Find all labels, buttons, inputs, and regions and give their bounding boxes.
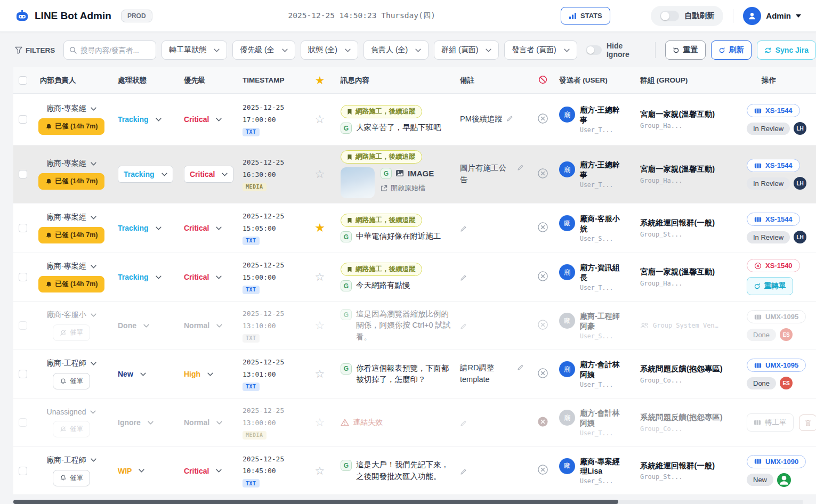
delete-button[interactable]	[799, 414, 816, 431]
jira-ticket-link[interactable]: UMX-1095	[747, 310, 806, 323]
star-toggle[interactable]: ☆	[315, 368, 325, 380]
block-user-button[interactable]	[537, 271, 548, 284]
block-user-button[interactable]	[537, 113, 548, 126]
assignee-dropdown[interactable]: 廠商-客服小	[46, 310, 96, 320]
edit-note-icon[interactable]	[460, 420, 467, 427]
table-row: 廠商-專案經 已催 (14h 7m) Tracking Critical 202…	[13, 204, 816, 253]
priority-dropdown[interactable]: Critical	[184, 273, 235, 281]
auto-refresh-toggle[interactable]	[660, 11, 679, 21]
row-checkbox[interactable]	[19, 467, 27, 475]
chase-button[interactable]: 已催 (14h 7m)	[38, 173, 105, 190]
chase-button[interactable]: 催單	[53, 470, 90, 486]
status-dropdown[interactable]: New	[118, 370, 176, 378]
jira-ticket-link[interactable]: UMX-1095	[747, 359, 806, 372]
filter-dropdown-status[interactable]: 狀態 (全)	[301, 40, 358, 60]
priority-dropdown[interactable]: Critical	[184, 115, 235, 124]
header-actions: 操作	[741, 76, 816, 85]
select-all-checkbox[interactable]	[19, 76, 27, 85]
filter-dropdown-owner[interactable]: 負責人 (全)	[363, 40, 429, 60]
refresh-button[interactable]: 刷新	[711, 40, 752, 60]
priority-label: Critical	[184, 115, 209, 124]
reset-button[interactable]: 重置	[665, 40, 706, 60]
assignee-dropdown[interactable]: 廠商-專案經	[46, 104, 96, 113]
filter-dropdown-group[interactable]: 群組 (頁面)	[434, 40, 499, 60]
assignee-dropdown[interactable]: 廠商-專案經	[46, 262, 96, 271]
star-toggle[interactable]: ★	[314, 221, 325, 235]
priority-dropdown[interactable]: Critical	[184, 467, 235, 475]
row-checkbox[interactable]	[19, 273, 27, 281]
search-input[interactable]	[80, 46, 150, 54]
priority-dropdown[interactable]: Normal	[184, 418, 235, 427]
chase-button[interactable]: 已催 (14h 7m)	[38, 227, 105, 243]
block-user-button[interactable]	[537, 319, 548, 332]
jira-ticket-link[interactable]: UMX-1090	[747, 455, 806, 468]
edit-note-icon[interactable]	[506, 115, 513, 122]
priority-dropdown[interactable]: High	[184, 370, 235, 378]
user-menu[interactable]: Admin	[743, 7, 801, 25]
jira-ticket-link[interactable]: XS-1544	[747, 159, 800, 172]
message-type-badge: MEDIA	[243, 431, 266, 440]
jira-ticket-link[interactable]: XS-1544	[747, 213, 800, 226]
row-checkbox[interactable]	[19, 115, 27, 124]
jira-ticket-link[interactable]: XS-1544	[747, 104, 800, 117]
image-thumbnail[interactable]	[341, 167, 375, 198]
priority-dropdown[interactable]: Normal	[184, 321, 235, 330]
hide-ignore-toggle[interactable]	[586, 45, 602, 55]
star-toggle[interactable]: ☆	[315, 319, 325, 332]
star-toggle[interactable]: ☆	[315, 168, 325, 181]
scrollbar-thumb[interactable]	[13, 500, 618, 504]
chase-button[interactable]: 催單	[53, 373, 90, 389]
filter-dropdown-priority[interactable]: 優先級 (全	[232, 40, 295, 60]
status-dropdown[interactable]: Ignore	[118, 418, 176, 427]
block-user-button[interactable]	[537, 368, 548, 381]
block-user-button[interactable]	[537, 416, 548, 429]
chase-button[interactable]: 已催 (14h 7m)	[38, 276, 105, 292]
row-checkbox[interactable]	[19, 418, 27, 427]
edit-note-icon[interactable]	[460, 225, 467, 232]
assignee-dropdown[interactable]: 廠商-工程師	[46, 359, 96, 368]
app-title: LINE Bot Admin	[35, 10, 111, 22]
create-ticket-button[interactable]: 轉工單	[747, 413, 794, 432]
status-dropdown[interactable]: Tracking	[118, 115, 176, 124]
group-id: Group_Ha...	[640, 122, 741, 129]
edit-note-icon[interactable]	[460, 323, 467, 330]
star-toggle[interactable]: ☆	[315, 465, 325, 477]
status-dropdown[interactable]: Tracking	[118, 273, 176, 281]
jira-icon	[754, 108, 762, 114]
chase-button[interactable]: 催單	[53, 421, 90, 437]
edit-note-icon[interactable]	[517, 364, 524, 371]
row-checkbox[interactable]	[19, 370, 27, 378]
star-toggle[interactable]: ☆	[315, 113, 325, 126]
status-dropdown[interactable]: Tracking	[118, 224, 176, 232]
block-user-button[interactable]	[537, 222, 548, 235]
chase-button[interactable]: 催單	[53, 324, 90, 341]
jira-ticket-link[interactable]: XS-1540	[747, 259, 800, 272]
assignee-dropdown[interactable]: 廠商-專案經	[46, 159, 96, 168]
edit-note-icon[interactable]	[517, 164, 524, 171]
group-scope-badge: G	[381, 168, 392, 179]
status-dropdown[interactable]: Done	[118, 321, 176, 330]
filter-dropdown-speaker[interactable]: 發言者 (頁面)	[504, 40, 577, 60]
block-user-button[interactable]	[537, 464, 548, 477]
stats-button[interactable]: STATS	[561, 7, 610, 25]
assignee-dropdown[interactable]: 廠商-專案經	[46, 213, 96, 222]
sync-jira-button[interactable]: Sync Jira	[757, 40, 816, 60]
open-original-link[interactable]: 開啟原始檔	[381, 183, 434, 193]
chase-button[interactable]: 已催 (14h 7m)	[38, 118, 105, 135]
retransfer-ticket-button[interactable]: 重轉單	[747, 277, 793, 295]
priority-dropdown[interactable]: Critical	[184, 166, 233, 183]
edit-note-icon[interactable]	[460, 274, 467, 281]
filter-dropdown-ticket-status[interactable]: 轉工單狀態	[161, 40, 227, 60]
star-toggle[interactable]: ☆	[315, 416, 325, 429]
assignee-dropdown[interactable]: Unassigned	[47, 408, 96, 416]
priority-dropdown[interactable]: Critical	[184, 224, 235, 232]
edit-note-icon[interactable]	[460, 468, 467, 475]
row-checkbox[interactable]	[19, 321, 27, 330]
assignee-dropdown[interactable]: 廠商-工程師	[46, 456, 96, 465]
status-dropdown[interactable]: WIP	[118, 467, 176, 475]
block-user-button[interactable]	[537, 168, 548, 181]
row-checkbox[interactable]	[19, 224, 27, 232]
star-toggle[interactable]: ☆	[315, 271, 325, 283]
status-dropdown[interactable]: Tracking	[118, 166, 173, 183]
row-checkbox[interactable]	[19, 170, 27, 178]
